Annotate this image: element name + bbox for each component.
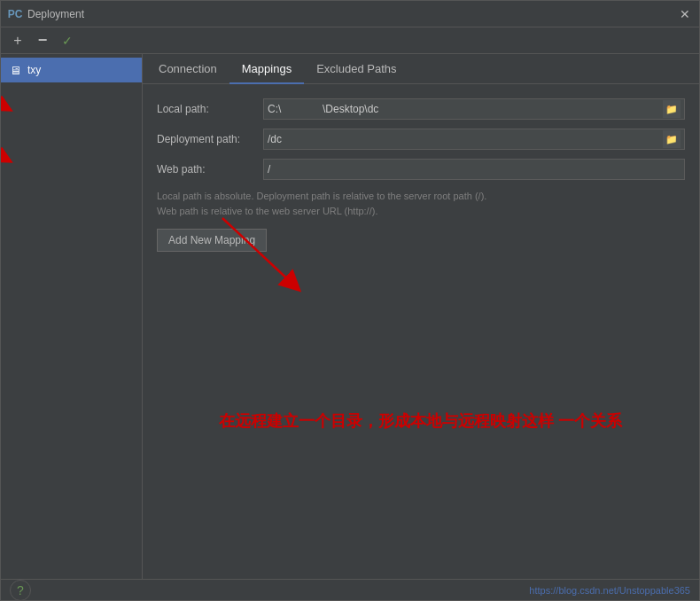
help-text-line1: Local path is absolute. Deployment path … <box>157 191 486 201</box>
deployment-window: PC Deployment ✕ + − ✓ 本地目录 <box>0 0 700 601</box>
deployment-path-row: Deployment path: 📁 <box>157 129 685 150</box>
deployment-path-input-wrap: 📁 <box>263 129 685 150</box>
close-button[interactable]: ✕ <box>678 7 692 21</box>
help-text: Local path is absolute. Deployment path … <box>157 189 685 218</box>
tab-connection[interactable]: Connection <box>146 55 229 84</box>
remove-button[interactable]: − <box>33 31 52 51</box>
deployment-path-input[interactable] <box>268 133 663 145</box>
deployment-path-label: Deployment path: <box>157 133 263 145</box>
help-text-line2: Web path is relative to the web server U… <box>157 206 377 216</box>
tabs-bar: Connection Mappings Excluded Paths <box>143 54 699 84</box>
web-path-input-wrap <box>263 159 685 180</box>
help-button[interactable]: ? <box>10 580 31 601</box>
main-body: 本地目录 远程目录 <box>1 54 699 579</box>
local-path-input-wrap: 📁 <box>263 98 685 120</box>
tab-excluded-paths[interactable]: Excluded Paths <box>304 55 408 84</box>
local-path-row: Local path: 📁 <box>157 98 685 120</box>
titlebar: PC Deployment ✕ <box>1 1 699 27</box>
arrow-remote-svg <box>1 123 19 168</box>
sidebar: 本地目录 远程目录 <box>1 54 143 579</box>
add-button[interactable]: + <box>8 31 27 51</box>
svg-line-1 <box>1 132 5 159</box>
big-annotation: 在远程建立一个目录，形成本地与远程映射这样 一个关系 <box>219 410 622 432</box>
annotation-area: 在远程建立一个目录，形成本地与远程映射这样 一个关系 <box>143 262 699 579</box>
add-mapping-button[interactable]: Add New Mapping <box>157 229 267 252</box>
web-path-input[interactable] <box>268 163 681 176</box>
sidebar-item-txy[interactable]: 🖥 txy <box>1 58 142 82</box>
svg-line-0 <box>1 81 5 107</box>
form-area: Local path: 📁 Deployment path: 📁 <box>143 84 699 262</box>
web-path-label: Web path: <box>157 163 263 176</box>
sidebar-item-label: txy <box>27 64 41 76</box>
window-title: Deployment <box>27 8 678 20</box>
apply-button[interactable]: ✓ <box>58 31 77 51</box>
server-icon: 🖥 <box>8 63 22 77</box>
content-panel: Connection Mappings Excluded Paths Local… <box>143 54 699 579</box>
statusbar-link: https://blog.csdn.net/Unstoppable365 <box>529 585 690 596</box>
local-path-browse-btn[interactable]: 📁 <box>663 100 681 118</box>
statusbar: ? https://blog.csdn.net/Unstoppable365 <box>1 579 699 600</box>
local-path-input[interactable] <box>268 103 663 115</box>
toolbar: + − ✓ <box>1 27 699 54</box>
app-icon: PC <box>8 7 22 21</box>
web-path-row: Web path: <box>157 159 685 180</box>
tab-mappings[interactable]: Mappings <box>229 55 304 84</box>
local-path-label: Local path: <box>157 103 263 115</box>
deployment-path-browse-btn[interactable]: 📁 <box>663 130 681 148</box>
